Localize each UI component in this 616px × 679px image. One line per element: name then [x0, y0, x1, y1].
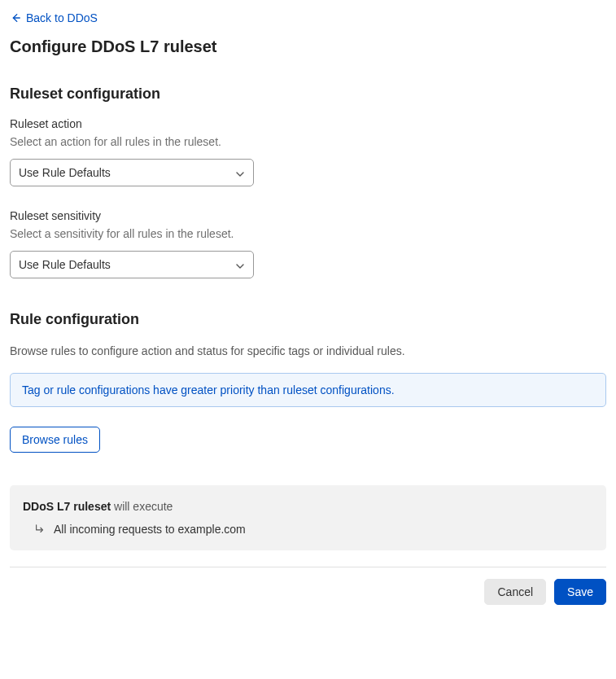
footer-actions: Cancel Save — [10, 579, 606, 605]
summary-title-rest: will execute — [111, 500, 173, 513]
summary-detail: All incoming requests to example.com — [23, 523, 593, 536]
arrow-left-icon — [10, 12, 21, 24]
ruleset-sensitivity-field: Ruleset sensitivity Select a sensitivity… — [10, 209, 606, 278]
nested-arrow-icon — [34, 523, 46, 535]
save-button[interactable]: Save — [554, 579, 606, 605]
ruleset-action-label: Ruleset action — [10, 117, 606, 130]
ruleset-action-field: Ruleset action Select an action for all … — [10, 117, 606, 186]
ruleset-config-heading: Ruleset configuration — [10, 85, 606, 103]
footer-divider — [10, 567, 606, 567]
ruleset-action-select[interactable]: Use Rule Defaults — [10, 159, 254, 186]
back-to-ddos-link[interactable]: Back to DDoS — [10, 11, 98, 24]
rule-config-heading: Rule configuration — [10, 311, 606, 328]
rule-config-description: Browse rules to configure action and sta… — [10, 343, 606, 360]
rule-configuration-section: Rule configuration Browse rules to confi… — [10, 311, 606, 453]
cancel-button[interactable]: Cancel — [484, 579, 546, 605]
back-link-text: Back to DDoS — [26, 11, 98, 24]
execution-summary: DDoS L7 ruleset will execute All incomin… — [10, 485, 606, 550]
ruleset-action-description: Select an action for all rules in the ru… — [10, 134, 254, 151]
ruleset-sensitivity-label: Ruleset sensitivity — [10, 209, 606, 222]
rule-config-info-note: Tag or rule configurations have greater … — [10, 373, 606, 407]
ruleset-sensitivity-description: Select a sensitivity for all rules in th… — [10, 226, 254, 243]
summary-title-strong: DDoS L7 ruleset — [23, 500, 111, 513]
browse-rules-button[interactable]: Browse rules — [10, 427, 100, 453]
ruleset-configuration-section: Ruleset configuration Ruleset action Sel… — [10, 85, 606, 278]
page-title: Configure DDoS L7 ruleset — [10, 37, 606, 56]
summary-title: DDoS L7 ruleset will execute — [23, 500, 593, 513]
summary-detail-text: All incoming requests to example.com — [54, 523, 246, 536]
ruleset-sensitivity-select[interactable]: Use Rule Defaults — [10, 251, 254, 278]
